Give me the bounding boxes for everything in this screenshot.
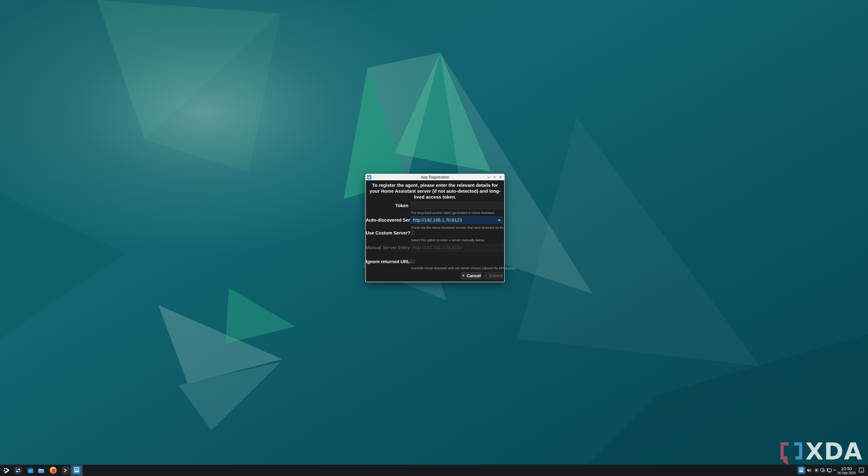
submit-check-icon: ✓	[484, 274, 487, 278]
cancel-x-icon: ✕	[462, 274, 465, 278]
ignore-urls-checkbox[interactable]	[410, 259, 415, 264]
clock-time: 10:50	[841, 466, 852, 471]
custom-server-label: Use Custom Server?	[366, 231, 408, 235]
dolphin-file-manager-icon[interactable]	[37, 466, 45, 474]
tray-ha-agent[interactable]	[797, 466, 805, 474]
window-titlebar[interactable]: App Registration	[366, 174, 504, 180]
ignore-urls-help-text: Override Home Assistant and use server c…	[411, 266, 516, 270]
manual-entry-label: Manual Server Entry	[366, 244, 408, 251]
xda-watermark-text: XDA	[805, 440, 863, 465]
clock-widget[interactable]: 10:50 16 Sep 2025	[837, 465, 857, 475]
show-desktop-icon[interactable]	[859, 467, 864, 473]
konsole-icon[interactable]	[62, 466, 70, 474]
token-input[interactable]	[410, 202, 503, 209]
app-launcher-icon[interactable]	[3, 466, 11, 474]
ha-agent-tray-icon	[798, 467, 805, 474]
submit-button[interactable]: ✓ Submit	[484, 272, 503, 279]
clock-date: 16 Sep 2025	[837, 471, 856, 475]
active-task-ha-agent[interactable]	[70, 465, 83, 476]
dialog-intro-text: To register the agent, please enter the …	[369, 182, 501, 200]
servers-combobox-value: http://192.168.1.70:8123	[413, 217, 462, 223]
token-help-text: The long-lived access token generated in…	[411, 211, 495, 215]
chevron-up-icon	[493, 175, 496, 179]
app-registration-window: App Registration To register the agent, …	[365, 174, 505, 282]
device-notifier-icon[interactable]	[820, 467, 825, 473]
ignore-urls-label: Ignore returned URLs?	[366, 259, 408, 264]
cancel-button[interactable]: ✕ Cancel	[461, 272, 482, 279]
dropdown-arrow-icon	[498, 219, 501, 221]
servers-help-text: These are the Home Assistant servers tha…	[411, 226, 503, 230]
servers-label: Auto-discovered Servers	[366, 216, 408, 224]
system-settings-icon[interactable]	[14, 466, 22, 474]
custom-server-checkbox[interactable]	[410, 231, 415, 235]
expand-panel-icon[interactable]	[833, 468, 837, 472]
ha-agent-icon	[72, 466, 81, 474]
taskbar-panel	[0, 465, 868, 476]
xda-watermark: XDA	[777, 440, 866, 467]
network-wired-icon[interactable]	[826, 467, 832, 474]
close-button[interactable]	[499, 175, 502, 179]
xda-bracket-left-icon	[780, 442, 788, 465]
submit-button-label: Submit	[489, 273, 503, 278]
window-title: App Registration	[366, 175, 504, 180]
close-icon	[499, 175, 502, 179]
discover-store-icon[interactable]	[27, 466, 35, 474]
minimize-button[interactable]	[487, 175, 491, 179]
custom-server-help-text: Select this option to enter a server man…	[411, 238, 485, 242]
firefox-icon[interactable]	[49, 466, 57, 474]
brightness-icon[interactable]	[814, 468, 819, 473]
manual-entry-input[interactable]	[410, 244, 503, 251]
xda-bracket-right-icon	[794, 442, 802, 460]
servers-combobox[interactable]: http://192.168.1.70:8123	[410, 216, 503, 224]
chevron-down-icon	[487, 175, 490, 179]
token-label: Token	[366, 202, 408, 209]
app-window-icon	[367, 175, 371, 179]
volume-muted-icon[interactable]	[806, 467, 812, 473]
maximize-button[interactable]	[493, 175, 497, 179]
cancel-button-label: Cancel	[467, 273, 481, 278]
